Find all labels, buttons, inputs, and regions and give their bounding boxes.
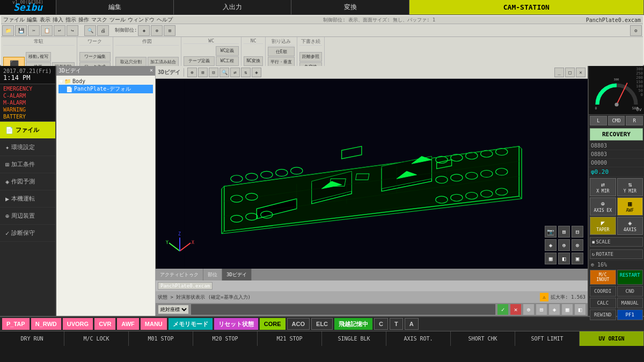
- toolbar-icon-6[interactable]: ↪: [67, 25, 78, 36]
- op-btn-ymir[interactable]: ⇅ Y MIR: [617, 178, 643, 196]
- ribbon-menu-insert[interactable]: 挿入: [53, 16, 63, 24]
- coord-btn-x[interactable]: ✕: [510, 304, 521, 315]
- ribbon-menu-tools[interactable]: ツール: [109, 16, 126, 24]
- ribbon-btn-order[interactable]: 仕E順: [268, 47, 295, 56]
- toolbar-icon-check[interactable]: ⚙: [630, 25, 642, 36]
- viewport-tab-parts[interactable]: 部位: [203, 269, 222, 280]
- alarm-emergency[interactable]: EMERGENCY: [2, 85, 53, 92]
- sidebar-item-machining[interactable]: ⊞ 加工条件: [0, 156, 55, 173]
- fn-m21-stop[interactable]: M21 STOP: [258, 331, 322, 346]
- toolbar-icon-8[interactable]: 🖨: [97, 25, 109, 36]
- alarm-battery[interactable]: BATTERY: [2, 113, 53, 120]
- sidebar-item-peripheral[interactable]: ⊕ 周辺装置: [0, 208, 55, 225]
- coord-select[interactable]: 絶対座標: [158, 305, 189, 314]
- code-row-1[interactable]: O8803: [589, 142, 644, 150]
- menu-item-transform[interactable]: 変換: [291, 0, 409, 14]
- tree-item-file[interactable]: 📄 PanchPlate-デフォル: [58, 85, 153, 93]
- vp-btn-7[interactable]: ◈: [252, 68, 261, 77]
- sidebar-item-run[interactable]: ▶ 本機運転: [0, 190, 55, 208]
- ribbon-menu-mask[interactable]: マスク: [91, 16, 107, 24]
- coord-btn-1[interactable]: ⊕: [523, 304, 534, 315]
- btn-r[interactable]: R: [626, 116, 643, 125]
- toolbar-icon-1[interactable]: 📁: [2, 25, 14, 36]
- alarm-c[interactable]: C-ALARM: [2, 92, 53, 99]
- ribbon-btn-table-def[interactable]: テーブ定義: [184, 56, 215, 66]
- rp-btn-coordi[interactable]: COORDI: [590, 286, 616, 297]
- ribbon-menu-operate[interactable]: 操作: [78, 16, 89, 24]
- btn-awf[interactable]: AWF: [117, 318, 138, 330]
- btn-elc[interactable]: ELC: [311, 318, 333, 330]
- coord-btn-5[interactable]: ◧: [575, 304, 586, 315]
- fn-m01-stop[interactable]: M01 STOP: [129, 331, 193, 346]
- tree-item-body[interactable]: ▼ 📁 Body: [58, 78, 153, 85]
- ribbon-btn-wc-def[interactable]: WC定義: [216, 46, 239, 56]
- rp-btn-restart[interactable]: RESTART: [617, 270, 643, 285]
- fn-dry-run[interactable]: DRY RUN: [0, 331, 64, 346]
- alarm-warning[interactable]: WARNING: [2, 106, 53, 113]
- sidebar-item-file[interactable]: 📄 ファイル: [0, 122, 55, 139]
- btn-uvorg[interactable]: UVORG: [63, 318, 93, 330]
- btn-nrwd[interactable]: N_RWD: [31, 318, 61, 330]
- vp-icon-3d1[interactable]: ◈: [545, 239, 557, 251]
- toolbar-icon-5[interactable]: ↩: [54, 25, 65, 36]
- menu-item-io[interactable]: 入出力: [174, 0, 291, 14]
- fn-single-blk[interactable]: SINGLE BLK: [322, 331, 386, 346]
- btn-t[interactable]: T: [390, 318, 403, 330]
- op-btn-4axis[interactable]: ◈ 4AXIS: [617, 217, 643, 235]
- btn-jump-memory[interactable]: 飛越記憶中: [334, 318, 372, 330]
- rp-btn-pf1[interactable]: PF1: [617, 309, 643, 320]
- rp-btn-rewind[interactable]: REWIND: [590, 309, 616, 320]
- toolbar-icon-2[interactable]: 💾: [15, 25, 27, 36]
- coord-btn-3[interactable]: ◈: [549, 304, 560, 315]
- vp-btn-1[interactable]: ⊕: [187, 68, 197, 77]
- ribbon-btn-work-edit[interactable]: ワーク編集: [79, 52, 111, 62]
- btn-manu[interactable]: MANU: [141, 318, 167, 330]
- vp-icon-view1[interactable]: ⊞: [558, 226, 570, 238]
- rp-btn-mc-inout[interactable]: M/CINOUT: [590, 270, 616, 285]
- code-row-3[interactable]: O0000: [589, 159, 644, 167]
- vp-btn-3[interactable]: ⊟: [209, 68, 218, 77]
- toolbar-icon-9[interactable]: ◈: [138, 25, 150, 36]
- btn-ptap[interactable]: P_TAP: [2, 318, 30, 330]
- vp-btn-6[interactable]: ⇅: [241, 68, 251, 77]
- ribbon-btn-distance-ref[interactable]: 距離参照: [299, 52, 322, 62]
- vp-minimize[interactable]: _: [554, 68, 564, 77]
- ribbon-menu-window[interactable]: ウィンドウ: [128, 16, 155, 24]
- ribbon-btn-join-done[interactable]: 加工済み結合: [148, 57, 179, 67]
- vp-maximize[interactable]: □: [565, 68, 575, 77]
- vp-icon-3d2[interactable]: ⊕: [558, 239, 570, 251]
- ribbon-menu-edit[interactable]: 編集: [27, 16, 38, 24]
- btn-aco[interactable]: ACO: [287, 318, 310, 330]
- vp-btn-2[interactable]: ⊞: [198, 68, 208, 77]
- coord-btn-4[interactable]: ▦: [562, 304, 573, 315]
- sidebar-item-prediction[interactable]: ◈ 作図予測: [0, 173, 55, 190]
- viewport-tab-active[interactable]: アクティビトゥク: [156, 269, 203, 280]
- vp-icon-render3[interactable]: ▣: [572, 253, 583, 264]
- cam-station-tab[interactable]: CAM-STATION: [409, 0, 644, 14]
- scale-btn[interactable]: ◼ SCALE: [590, 237, 643, 247]
- alarm-m[interactable]: M-ALARM: [2, 99, 53, 106]
- fn-axis-rot[interactable]: AXIS ROT.: [386, 331, 451, 346]
- rp-btn-cnd[interactable]: CND: [617, 286, 643, 297]
- toolbar-icon-10[interactable]: ⊕: [151, 25, 163, 36]
- ribbon-menu-help[interactable]: ヘルプ: [157, 16, 173, 24]
- viewport-tab-3d[interactable]: 3Dビデイ: [222, 269, 252, 280]
- ribbon-menu-view[interactable]: 表示: [40, 16, 50, 24]
- rp-btn-manual[interactable]: MANUAL: [617, 298, 643, 308]
- btn-memory-mode[interactable]: メモリモード: [169, 318, 213, 330]
- fn-uv-orign[interactable]: UV ORIGN: [580, 331, 644, 346]
- ribbon-btn-import-hole[interactable]: 取込穴分割: [115, 57, 147, 67]
- fn-m20-stop[interactable]: M20 STOP: [193, 331, 258, 346]
- vp-btn-4[interactable]: 🔍: [219, 68, 229, 77]
- op-btn-axisex[interactable]: ⊕ AXIS EX: [590, 197, 616, 216]
- coord-btn-check[interactable]: ✓: [497, 304, 508, 315]
- rotate-btn[interactable]: ↻ ROTATE: [590, 249, 643, 259]
- vp-icon-camera[interactable]: 📷: [545, 226, 557, 238]
- vp-icon-3d3[interactable]: ⊗: [572, 239, 583, 251]
- recovery-btn[interactable]: RECOVERY: [590, 128, 643, 141]
- ribbon-btn-move-copy[interactable]: 移動,複写: [26, 52, 51, 62]
- toolbar-icon-7[interactable]: 🔍: [84, 25, 96, 36]
- toolbar-icon-4[interactable]: 📋: [41, 25, 53, 36]
- btn-core[interactable]: CORE: [260, 318, 286, 330]
- btn-c[interactable]: C: [374, 318, 388, 330]
